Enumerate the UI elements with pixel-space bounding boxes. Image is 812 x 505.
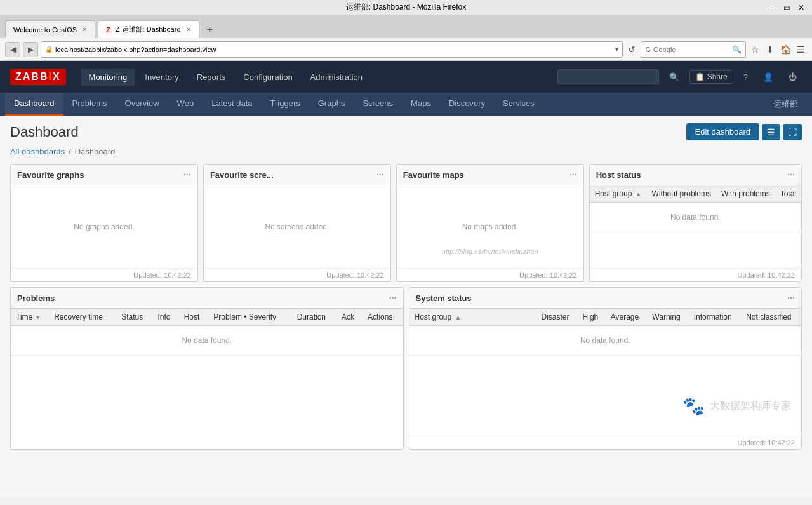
- tab-centos[interactable]: Welcome to CentOS ✕: [5, 20, 95, 38]
- nav-screens[interactable]: Screens: [354, 93, 402, 116]
- nav-dashboard[interactable]: Dashboard: [5, 93, 63, 116]
- menu-icon[interactable]: ☰: [794, 43, 807, 56]
- page-header-actions: Edit dashboard ☰ ⛶: [686, 123, 802, 140]
- nav-services[interactable]: Services: [494, 93, 543, 116]
- col-high: High: [578, 309, 606, 326]
- no-data-row: No data found.: [11, 326, 403, 356]
- col-time[interactable]: Time ▾: [11, 309, 49, 326]
- widget-menu-icon[interactable]: ···: [787, 170, 795, 180]
- breadcrumb-current: Dashboard: [75, 147, 116, 156]
- page-title: Dashboard: [10, 124, 79, 140]
- col-host-group[interactable]: Host group ▲: [409, 309, 536, 326]
- favourite-screens-widget: Favourite scre... ··· No screens added. …: [203, 164, 391, 282]
- nav-reports[interactable]: Reports: [189, 69, 234, 86]
- widget-header: System status ···: [409, 288, 802, 309]
- zabbix-logo: ZABBIX: [10, 69, 66, 85]
- search-submit-icon[interactable]: 🔍: [732, 45, 742, 54]
- col-with-problems: With problems: [716, 185, 775, 203]
- search-button[interactable]: 🔍: [664, 70, 684, 84]
- nav-overview[interactable]: Overview: [116, 93, 168, 116]
- widget-menu-icon[interactable]: ···: [389, 293, 397, 303]
- close-btn[interactable]: ✕: [795, 3, 807, 12]
- zabbix-header: ZABBIX Monitoring Inventory Reports Conf…: [0, 61, 812, 93]
- widget-menu-icon[interactable]: ···: [183, 170, 191, 180]
- tab-label: Z 运维部: Dashboard: [116, 25, 181, 34]
- widget-title: Favourite maps: [403, 170, 464, 180]
- browser-titlebar: 运维部: Dashboard - Mozilla Firefox — ▭ ✕: [0, 0, 812, 15]
- no-data-row: No data found.: [590, 203, 801, 232]
- system-status-table: Host group ▲ Disaster High Average Warni…: [409, 309, 802, 356]
- col-host: Host: [179, 309, 209, 326]
- back-button[interactable]: ◀: [5, 42, 20, 57]
- widget-menu-icon[interactable]: ···: [376, 170, 384, 180]
- breadcrumb-separator: /: [69, 147, 71, 156]
- widget-header: Problems ···: [11, 288, 403, 309]
- nav-graphs[interactable]: Graphs: [309, 93, 354, 116]
- minimize-btn[interactable]: —: [766, 3, 778, 12]
- col-problem-severity: Problem • Severity: [208, 309, 291, 326]
- new-tab-button[interactable]: +: [202, 22, 218, 38]
- widget-body: No maps added. http://blog.csdn.net/xins…: [397, 185, 583, 268]
- nav-monitoring[interactable]: Monitoring: [81, 69, 135, 86]
- global-search-input[interactable]: [557, 69, 659, 84]
- nav-discovery[interactable]: Discovery: [440, 93, 494, 116]
- problems-widget: Problems ··· Time ▾ Recovery time Status…: [10, 287, 404, 450]
- share-button[interactable]: 📋 Share: [689, 70, 733, 84]
- col-total: Total: [775, 185, 801, 203]
- host-status-table: Host group ▲ Without problems With probl…: [590, 185, 801, 232]
- nav-latest-data[interactable]: Latest data: [203, 93, 261, 116]
- watermark-text: http://blog.csdn.net/xinshuzhan: [442, 248, 538, 255]
- widget-body: No screens added.: [204, 185, 390, 268]
- widget-menu-icon[interactable]: ···: [787, 293, 795, 303]
- window-title: 运维部: Dashboard - Mozilla Firefox: [346, 2, 466, 13]
- bookmark-star-icon[interactable]: ☆: [749, 43, 761, 56]
- nav-maps[interactable]: Maps: [402, 93, 440, 116]
- widget-title: System status: [416, 293, 472, 303]
- profile-button[interactable]: 👤: [758, 70, 778, 84]
- nav-administration[interactable]: Administration: [303, 69, 370, 86]
- favourite-maps-widget: Favourite maps ··· No maps added. http:/…: [396, 164, 584, 282]
- reload-button[interactable]: ↺: [625, 43, 638, 56]
- edit-dashboard-button[interactable]: Edit dashboard: [686, 123, 759, 140]
- tab-zabbix[interactable]: Z Z 运维部: Dashboard ✕: [98, 20, 199, 38]
- browser-tabs: Welcome to CentOS ✕ Z Z 运维部: Dashboard ✕…: [0, 15, 812, 38]
- list-view-button[interactable]: ☰: [762, 124, 780, 140]
- widget-footer: Updated: 10:42:22: [11, 268, 197, 281]
- watermark-text: 大数据架构师专家: [710, 400, 791, 413]
- lock-icon: 🔒: [45, 46, 53, 53]
- forward-button[interactable]: ▶: [23, 42, 38, 57]
- nav-configuration[interactable]: Configuration: [236, 69, 300, 86]
- main-navigation: Monitoring Inventory Reports Configurati…: [81, 69, 543, 86]
- nav-web[interactable]: Web: [168, 93, 203, 116]
- col-info: Info: [152, 309, 178, 326]
- no-data-row: No data found.: [409, 326, 802, 356]
- widget-body: Host group ▲ Without problems With probl…: [590, 185, 801, 268]
- download-icon[interactable]: ⬇: [764, 43, 776, 56]
- fullscreen-button[interactable]: ⛶: [783, 124, 802, 140]
- col-ack: Ack: [336, 309, 363, 326]
- restore-btn[interactable]: ▭: [781, 3, 793, 12]
- tab-close[interactable]: ✕: [186, 26, 191, 33]
- nav-inventory[interactable]: Inventory: [137, 69, 186, 86]
- col-actions: Actions: [363, 309, 403, 326]
- col-average: Average: [606, 309, 648, 326]
- nav-problems[interactable]: Problems: [63, 93, 116, 116]
- col-warning: Warning: [647, 309, 688, 326]
- col-host-group[interactable]: Host group ▲: [590, 185, 647, 203]
- address-input[interactable]: [55, 46, 613, 53]
- breadcrumb-all-dashboards[interactable]: All dashboards: [10, 147, 65, 156]
- no-data-message: No graphs added.: [74, 222, 134, 231]
- tab-close[interactable]: ✕: [82, 26, 87, 33]
- dropdown-arrow-icon[interactable]: ▾: [615, 46, 618, 53]
- nav-triggers[interactable]: Triggers: [262, 93, 309, 116]
- widget-menu-icon[interactable]: ···: [569, 170, 577, 180]
- no-data-message: No maps added.: [462, 222, 518, 231]
- logout-button[interactable]: ⏻: [783, 70, 802, 84]
- help-button[interactable]: ?: [738, 70, 753, 84]
- widget-footer: Updated: 10:42:22: [590, 268, 801, 281]
- browser-search-input[interactable]: [653, 46, 729, 53]
- home-icon[interactable]: 🏠: [779, 43, 792, 56]
- system-status-widget: System status ··· Host group ▲ Disaster …: [409, 287, 802, 450]
- zabbix-z-icon: Z: [106, 26, 110, 34]
- widget-header: Host status ···: [590, 165, 801, 185]
